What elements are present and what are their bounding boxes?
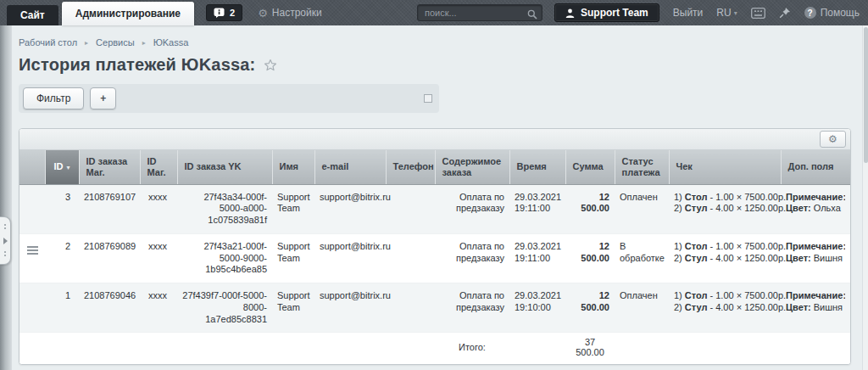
cell-receipt: 1) Стол - 1.00 × 7500.00р. 2) Стул - 4.0…	[669, 184, 781, 233]
cell-email: support@bitrix.ru	[314, 233, 386, 283]
cell-phone	[386, 184, 435, 233]
total-empty-cell	[509, 333, 565, 365]
cell-receipt: 1) Стол - 1.00 × 7500.00р. 2) Стул - 4.0…	[669, 283, 781, 333]
column-header-email[interactable]: e-mail	[314, 150, 386, 184]
language-switcher[interactable]: RU ▾	[716, 7, 737, 19]
person-icon	[565, 8, 575, 18]
total-row: Итого: 37 500.00	[19, 333, 850, 365]
notifications-button[interactable]: 2	[206, 4, 242, 21]
breadcrumb-item-services[interactable]: Сервисы	[96, 37, 135, 48]
gear-icon: ⚙	[258, 8, 268, 19]
settings-label: Настройки	[272, 7, 322, 19]
help-label: Помощь	[821, 7, 860, 19]
column-header-time[interactable]: Время	[509, 150, 565, 184]
payments-table-widget: ⚙ ID▾ ID заказа Маг. ID Маг. ID заказа Y…	[19, 128, 851, 365]
column-header-receipt[interactable]: Чек	[669, 150, 781, 184]
cell-yk-order-id: 27f43a21-000f-5000-9000-1b95c4b6ea85	[177, 233, 272, 283]
column-header-order-content[interactable]: Содержимое заказа	[435, 150, 509, 184]
cell-time: 29.03.2021 19:11:00	[509, 233, 565, 283]
table-header-row: ID▾ ID заказа Маг. ID Маг. ID заказа YK …	[19, 150, 850, 184]
column-header-shop-id[interactable]: ID Маг.	[140, 150, 177, 184]
column-header-yk-order-id[interactable]: ID заказа YK	[177, 150, 272, 184]
tab-administration[interactable]: Администрирование	[62, 2, 194, 25]
column-header-phone[interactable]: Телефон	[386, 150, 435, 184]
expand-arrow-icon	[3, 238, 8, 244]
cell-order-content: Оплата по предзаказу	[435, 184, 509, 233]
sidebar-expand-handle[interactable]	[0, 216, 11, 265]
breadcrumb-item-desktop[interactable]: Рабочий стол	[19, 37, 77, 48]
cell-row-menu	[19, 184, 45, 233]
cell-status: Оплачен	[615, 184, 669, 233]
sort-desc-icon: ▾	[66, 164, 70, 171]
cell-email: support@bitrix.ru	[314, 283, 386, 333]
logout-link[interactable]: Выйти	[673, 7, 704, 19]
search-box	[417, 4, 542, 21]
cell-extra-fields: Примечание: Цвет: Ольха	[781, 184, 850, 233]
cell-id: 2	[45, 233, 79, 283]
help-icon: ?	[804, 7, 816, 19]
search-icon[interactable]	[527, 8, 537, 23]
main-content: Рабочий стол ▸ Сервисы ▸ ЮKassa История …	[0, 37, 868, 370]
cell-yk-order-id: 27f43a34-000f-5000-a000-1c075839a81f	[177, 184, 272, 233]
filter-button[interactable]: Фильтр	[23, 87, 84, 109]
cell-name: Support Team	[272, 283, 314, 333]
table-settings-button[interactable]: ⚙	[820, 131, 846, 148]
cell-phone	[386, 233, 435, 283]
table-row[interactable]: 2 2108769089 xxxx 27f43a21-000f-5000-900…	[19, 233, 850, 283]
cell-yk-order-id: 27f439f7-000f-5000-8000-1a7ed85c8831	[177, 283, 272, 333]
cell-order-id: 2108769046	[79, 283, 140, 333]
breadcrumb: Рабочий стол ▸ Сервисы ▸ ЮKassa	[19, 37, 851, 48]
cell-sum: 12 500.00	[565, 283, 615, 333]
cell-order-id: 2108769107	[79, 184, 140, 233]
table-row[interactable]: 3 2108769107 xxxx 27f43a34-000f-5000-a00…	[19, 184, 850, 233]
filter-collapse-icon[interactable]	[424, 94, 432, 103]
column-header-status[interactable]: Статус платежа	[615, 150, 669, 184]
collapsed-sidebar	[0, 25, 12, 370]
cell-order-content: Оплата по предзаказу	[435, 283, 509, 333]
cell-shop-id: xxxx	[140, 283, 177, 333]
pin-icon[interactable]	[779, 7, 791, 19]
column-header-menu	[19, 150, 45, 184]
column-label: ID	[53, 161, 63, 171]
total-label: Итого:	[435, 333, 509, 365]
column-header-name[interactable]: Имя	[272, 150, 314, 184]
cell-email: support@bitrix.ru	[314, 184, 386, 233]
column-header-sum[interactable]: Сумма	[565, 150, 615, 184]
user-menu-button[interactable]: Support Team	[554, 3, 659, 22]
notifications-count: 2	[230, 8, 235, 18]
column-header-id[interactable]: ID▾	[45, 150, 79, 184]
cell-shop-id: xxxx	[140, 233, 177, 283]
total-value: 37 500.00	[565, 333, 615, 365]
breadcrumb-item-yookassa[interactable]: ЮKassa	[153, 37, 189, 48]
page-title: История платежей ЮKassa:	[19, 55, 255, 75]
table-body: 3 2108769107 xxxx 27f43a34-000f-5000-a00…	[19, 184, 850, 333]
tab-site[interactable]: Сайт	[7, 5, 58, 25]
payments-table: ID▾ ID заказа Маг. ID Маг. ID заказа YK …	[19, 150, 850, 364]
cell-row-menu	[19, 283, 45, 333]
cell-receipt: 1) Стол - 1.00 × 7500.00р. 2) Стул - 4.0…	[669, 233, 781, 283]
drag-dots-icon	[3, 223, 8, 231]
table-row[interactable]: 1 2108769046 xxxx 27f439f7-000f-5000-800…	[19, 283, 850, 333]
cell-id: 3	[45, 184, 79, 233]
favorite-star-icon[interactable]	[264, 59, 277, 72]
table-toolbar: ⚙	[19, 129, 850, 150]
user-name: Support Team	[581, 7, 648, 19]
cell-sum: 12 500.00	[565, 184, 615, 233]
vertical-scrollbar[interactable]	[862, 25, 868, 370]
column-header-order-id[interactable]: ID заказа Маг.	[79, 150, 140, 184]
help-button[interactable]: ? Помощь	[804, 7, 860, 19]
total-empty-cell	[615, 333, 850, 365]
row-menu-icon[interactable]	[27, 244, 38, 256]
cell-shop-id: xxxx	[140, 184, 177, 233]
scrollbar-thumb[interactable]	[864, 27, 868, 163]
cell-order-id: 2108769089	[79, 233, 140, 283]
search-input[interactable]	[417, 4, 542, 21]
language-label: RU	[716, 7, 731, 19]
cell-extra-fields: Примечание: Цвет: Вишня	[781, 233, 850, 283]
column-header-extra-fields[interactable]: Доп. поля	[781, 150, 850, 184]
add-filter-button[interactable]: +	[90, 87, 116, 109]
cell-phone	[386, 283, 435, 333]
cell-status: В обработке	[615, 233, 669, 283]
hotkeys-keyboard-icon[interactable]	[751, 8, 765, 19]
settings-button[interactable]: ⚙ Настройки	[258, 7, 322, 19]
